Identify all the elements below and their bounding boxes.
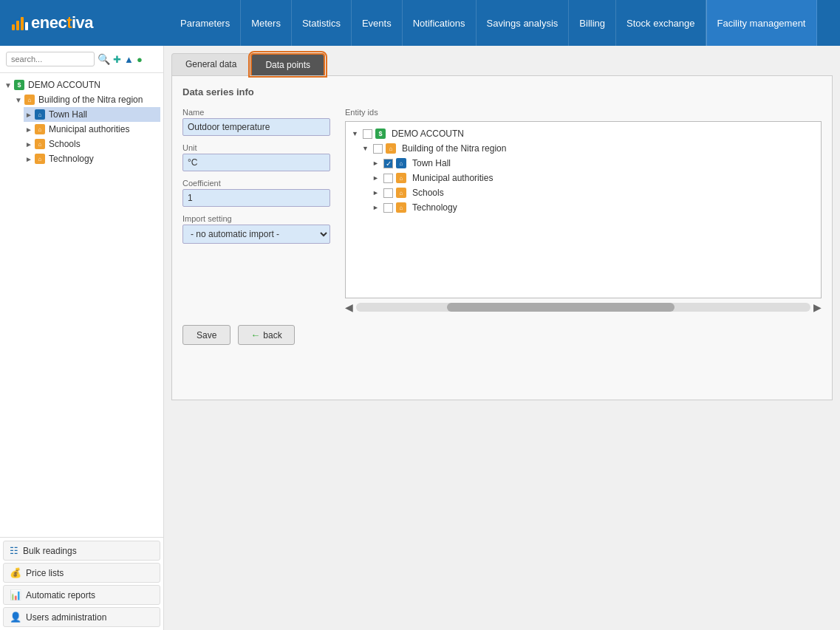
tree-arrow-root: ▼ (4, 81, 13, 89)
entity-section: Entity ids ▼ $ D (345, 108, 822, 313)
nav-stock[interactable]: Stock exchange (616, 0, 706, 46)
nav-parameters[interactable]: Parameters (170, 0, 241, 46)
tree-townhall-row[interactable]: ► ⌂ Town Hall (24, 107, 160, 122)
tab-general-data[interactable]: General data (171, 53, 250, 75)
bulk-readings-button[interactable]: ☷ Bulk readings (3, 541, 160, 561)
et-schools-icon: ⌂ (395, 187, 407, 199)
unit-input[interactable] (182, 154, 330, 171)
tree-building-row[interactable]: ▼ ⌂ Building of the Nitra region (13, 92, 160, 107)
search-bar: 🔍 ✚ ▲ ● (0, 46, 163, 73)
price-icon: 💰 (10, 567, 21, 578)
et-townhall: ► ✓ ⌂ Town Hall (371, 156, 816, 171)
tree-schools-row[interactable]: ► ⌂ Schools (24, 137, 160, 151)
logo-bar-1 (12, 24, 15, 30)
et-arrow-building: ▼ (362, 145, 371, 152)
nav-notifications[interactable]: Notifications (403, 0, 477, 46)
scroll-track[interactable] (356, 303, 810, 312)
tree-schools-item[interactable]: ► ⌂ Schools (24, 137, 160, 151)
tree-arrow-municipal: ► (25, 126, 34, 134)
et-municipal: ► ⌂ Municipal authorities (371, 171, 816, 185)
search-input[interactable] (6, 52, 95, 66)
name-input[interactable] (182, 118, 330, 136)
et-check-townhall[interactable]: ✓ (383, 159, 393, 168)
logo-bar-3 (21, 17, 24, 30)
search-icon[interactable]: 🔍 (98, 53, 110, 65)
dollar-icon: $ (13, 79, 25, 91)
entity-ids-header: Entity ids (345, 108, 822, 117)
et-building-row[interactable]: ▼ ⌂ Building of the Nitra region (361, 141, 816, 156)
tree-children-building: ► ⌂ Town Hall ► (13, 107, 160, 166)
add-icon[interactable]: ✚ (113, 54, 121, 65)
users-label: Users administration (26, 612, 106, 623)
et-check-root[interactable] (363, 129, 372, 139)
tree-townhall-label: Town Hall (49, 109, 87, 120)
et-check-schools[interactable] (383, 188, 393, 198)
price-label: Price lists (26, 568, 64, 578)
tree-municipal-row[interactable]: ► ⌂ Municipal authorities (24, 122, 160, 137)
municipal-icon: ⌂ (34, 123, 46, 135)
nav-meters[interactable]: Meters (241, 0, 292, 46)
sidebar-tree: ▼ $ DEMO ACCOUTN ▼ ⌂ (3, 78, 160, 166)
et-dollar-icon: $ (375, 128, 386, 140)
et-tech-label: Technology (412, 202, 457, 213)
nav-facility[interactable]: Facility management (706, 0, 817, 46)
header: enectiva Parameters Meters Statistics Ev… (0, 0, 840, 46)
scroll-right-arrow[interactable]: ▶ (813, 301, 822, 313)
et-check-municipal[interactable] (383, 174, 393, 183)
et-building-label: Building of the Nitra region (402, 143, 506, 154)
price-lists-button[interactable]: 💰 Price lists (3, 563, 160, 583)
bulk-label: Bulk readings (23, 546, 77, 556)
tree-arrow-building: ▼ (15, 96, 24, 104)
logo-bar-2 (16, 21, 19, 30)
panel-content: Name Unit Coefficient Import setting - n… (182, 108, 822, 313)
tree-townhall-item[interactable]: ► ⌂ Town Hall (24, 107, 160, 122)
tree-tech-item[interactable]: ► ⌂ Technology (24, 151, 160, 166)
et-check-tech[interactable] (383, 203, 393, 213)
users-admin-button[interactable]: 👤 Users administration (3, 607, 160, 627)
save-button[interactable]: Save (182, 325, 231, 345)
tree-building-item[interactable]: ▼ ⌂ Building of the Nitra region ► (13, 92, 160, 166)
et-arrow-th: ► (372, 160, 381, 167)
tree-tech-row[interactable]: ► ⌂ Technology (24, 151, 160, 166)
tree-schools-label: Schools (49, 139, 81, 149)
et-arrow-mun: ► (372, 174, 381, 182)
nav-events[interactable]: Events (352, 0, 403, 46)
et-arrow-sch: ► (372, 189, 381, 196)
nav-statistics[interactable]: Statistics (292, 0, 352, 46)
users-icon: 👤 (10, 612, 21, 623)
et-root: ▼ $ DEMO ACCOUTN (350, 126, 816, 215)
reports-label: Automatic reports (26, 590, 95, 600)
panel: Data series info Name Unit Coefficient I… (171, 75, 833, 400)
tree-root-item[interactable]: ▼ $ DEMO ACCOUTN ▼ ⌂ (3, 78, 160, 166)
auto-reports-button[interactable]: 📊 Automatic reports (3, 585, 160, 605)
tree-root-row[interactable]: ▼ $ DEMO ACCOUTN (3, 78, 160, 92)
et-townhall-label: Town Hall (412, 158, 451, 168)
sidebar-bottom: ☷ Bulk readings 💰 Price lists 📊 Automati… (0, 537, 163, 630)
tree-municipal-item[interactable]: ► ⌂ Municipal authorities (24, 122, 160, 137)
scroll-left-arrow[interactable]: ◀ (345, 301, 353, 313)
logo-area: enectiva (0, 13, 170, 32)
scroll-thumb[interactable] (447, 303, 675, 312)
reports-icon: 📊 (10, 589, 21, 600)
et-municipal-icon: ⌂ (395, 172, 407, 184)
import-select[interactable]: - no automatic import - Manual import Au… (182, 225, 330, 244)
et-townhall-row[interactable]: ► ✓ ⌂ Town Hall (371, 156, 816, 171)
et-technology-row[interactable]: ► ⌂ Technology (371, 200, 816, 215)
nav-savings[interactable]: Savings analysis (477, 0, 570, 46)
coefficient-input[interactable] (182, 189, 330, 207)
import-label: Import setting (182, 214, 330, 223)
info-icon[interactable]: ● (137, 54, 143, 65)
et-check-building[interactable] (373, 144, 383, 154)
coefficient-label: Coefficient (182, 179, 330, 188)
nav-billing[interactable]: Billing (569, 0, 616, 46)
et-municipal-row[interactable]: ► ⌂ Municipal authorities (371, 171, 816, 185)
tree-municipal-label: Municipal authorities (49, 124, 129, 134)
nav-up-icon[interactable]: ▲ (124, 54, 134, 65)
et-root-row[interactable]: ▼ $ DEMO ACCOUTN (350, 126, 816, 141)
back-button[interactable]: ← back (238, 325, 294, 345)
tab-data-points[interactable]: Data points (250, 53, 325, 75)
et-schools-row[interactable]: ► ⌂ Schools (371, 185, 816, 200)
main-layout: 🔍 ✚ ▲ ● ▼ $ DEMO ACCOUTN (0, 46, 840, 630)
tree-tech-label: Technology (49, 154, 94, 164)
entity-scrollbar: ◀ ▶ (345, 301, 822, 313)
